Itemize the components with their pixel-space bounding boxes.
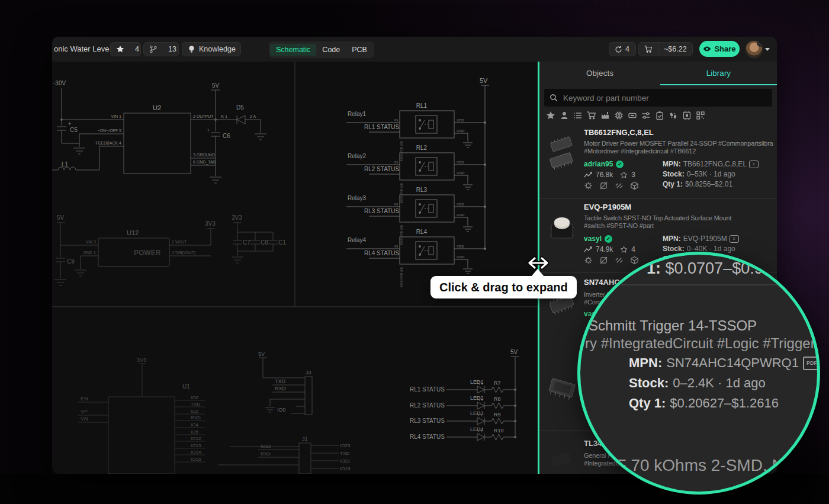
svg-text:GND: GND [457,129,465,133]
module-filter-icon[interactable] [627,111,637,121]
svg-text:C5: C5 [70,127,78,133]
star-button[interactable]: 4 [110,42,141,56]
svg-text:K 1: K 1 [221,114,227,118]
svg-text:RL1: RL1 [416,102,428,109]
cart-filter-icon[interactable] [586,111,596,121]
svg-text:INDICATOR LED: INDICATOR LED [400,224,403,245]
tab-library[interactable]: Library [660,62,777,85]
avatar[interactable] [745,40,763,59]
part-card-tb6612[interactable]: TB6612FNG,C,8,EL Motor Driver Power MOSF… [539,124,777,198]
part-stats: 74.9k 4 [584,245,635,253]
footprint-disabled-icon[interactable] [599,256,608,265]
svg-text:L1: L1 [62,161,69,168]
svg-text:TXD: TXD [340,451,349,456]
u1-mcu-circuit [78,364,205,474]
fork-icon [144,43,163,56]
svg-text:5V: 5V [57,214,65,221]
verified-icon: ✓ [616,160,624,168]
3d-model-icon[interactable] [630,181,639,190]
top-toolbar: onic Water Leve… 4 13 [52,37,777,62]
u2-regulator-circuit [52,88,266,183]
svg-text:C6: C6 [223,133,230,139]
simulation-icon[interactable] [584,256,593,265]
share-button[interactable]: Share [699,41,740,57]
svg-text:RL1 STATUS: RL1 STATUS [410,386,445,393]
svg-text:U12: U12 [127,229,139,236]
svg-text:4 TAB(VOUT): 4 TAB(VOUT) [172,251,195,255]
views-count: 76.8k [596,171,613,179]
svg-text:IO0: IO0 [191,395,198,400]
knowledge-button[interactable]: Knowledge [182,42,241,56]
svg-text:RL4 STATUS: RL4 STATUS [364,250,399,256]
svg-text:IO4: IO4 [191,422,198,428]
magnified-stock: Stock:0–2.4K · 1d ago [629,375,766,391]
svg-text:5V: 5V [258,351,265,357]
svg-text:IO22: IO22 [261,444,271,449]
svg-text:IO14: IO14 [191,450,201,455]
svg-text:IO23: IO23 [340,443,351,448]
schematic-canvas[interactable]: -30V + C5 VIN 1 ~ON~/OFF 5 FEEDBACK 4 U2… [52,62,538,474]
svg-text:~ON~/OFF 5: ~ON~/OFF 5 [98,129,122,133]
active-tab-underline [660,84,777,85]
layout-disabled-icon[interactable] [615,256,624,265]
svg-text:VIN 3: VIN 3 [85,240,96,244]
svg-text:RXD: RXD [261,451,271,457]
datasheet-icon[interactable]: ≡ [749,160,759,168]
svg-text:2 VOUT: 2 VOUT [172,240,187,244]
qr-code-filter-icon[interactable] [695,111,705,121]
svg-text:IN: IN [394,245,398,248]
footprints-filter-icon[interactable] [668,111,678,121]
j1-connector-circuit [218,443,339,474]
part-thumbnail [543,207,581,245]
part-author[interactable]: vasyl ✓ [584,235,612,243]
list-filter-icon[interactable] [573,111,583,121]
svg-text:IO12: IO12 [191,436,201,441]
svg-text:VDD: VDD [457,203,464,206]
part-title: TB6612FNG,C,8,EL [584,128,654,137]
svg-text:RL3 STATUS: RL3 STATUS [410,418,445,424]
fork-button[interactable]: 13 [143,42,179,56]
svg-text:5V: 5V [480,77,488,84]
part-author[interactable]: adrian95 ✓ [584,160,624,168]
svg-text:J1: J1 [302,436,308,442]
svg-text:J3: J3 [306,370,311,375]
ic-filter-icon[interactable] [613,111,624,121]
svg-text:IO13: IO13 [191,443,201,448]
svg-text:GND: GND [457,255,465,259]
svg-text:D5: D5 [236,104,244,111]
factory-filter-icon[interactable] [600,111,610,121]
sync-button[interactable]: 4 [609,42,636,56]
svg-text:U2: U2 [153,104,161,111]
svg-text:U1: U1 [182,383,190,390]
svg-text:FEEDBACK 4: FEEDBACK 4 [95,141,121,145]
clipboard-check-filter-icon[interactable] [654,111,664,121]
tab-pcb[interactable]: PCB [346,44,373,56]
svg-text:VIN 1: VIN 1 [111,114,121,118]
tab-objects[interactable]: Objects [539,62,660,85]
layout-disabled-icon[interactable] [615,181,624,190]
svg-text:Relay2: Relay2 [348,153,367,159]
cart-price-button[interactable]: ~$6.22 [638,42,693,56]
user-filter-icon[interactable] [559,111,569,121]
chevron-down-icon[interactable] [765,48,770,51]
datasheet-icon[interactable]: ≡ [730,235,739,243]
panel-tabs: Objects Library [539,62,777,85]
tab-schematic[interactable]: Schematic [270,44,316,56]
chip-box-filter-icon[interactable] [682,111,692,121]
search-bar[interactable] [544,89,772,107]
svg-text:3V3: 3V3 [137,357,146,363]
svg-text:R10: R10 [494,428,504,434]
3d-model-icon[interactable] [630,256,639,265]
resize-cursor-icon[interactable] [525,255,552,271]
filter-sliders-icon[interactable] [641,111,651,121]
footprint-disabled-icon[interactable] [599,181,608,190]
svg-text:C9: C9 [67,258,75,265]
star-filter-icon[interactable] [545,111,555,121]
search-input[interactable] [562,93,760,103]
simulation-icon[interactable] [584,181,593,190]
svg-text:IO0: IO0 [277,407,286,413]
tab-code[interactable]: Code [316,44,346,56]
svg-text:INDICATOR LED: INDICATOR LED [400,140,403,161]
lightbulb-icon [182,43,198,56]
project-title[interactable]: onic Water Leve… [54,44,113,53]
